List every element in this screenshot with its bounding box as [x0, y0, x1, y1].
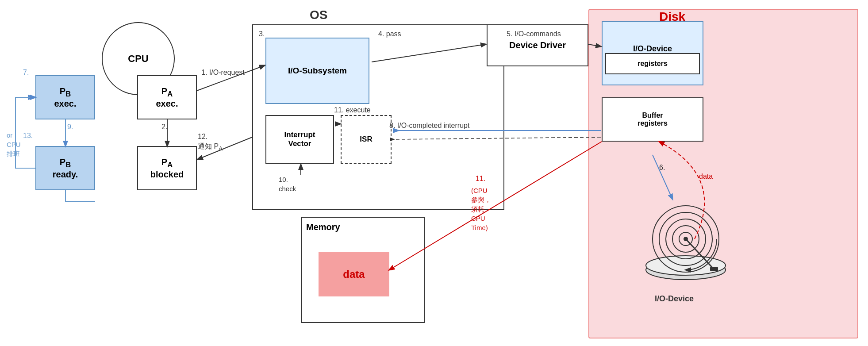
buffer-registers-box: Bufferregisters	[602, 97, 703, 142]
isr-label: ISR	[360, 135, 372, 144]
data-memory-box: data	[319, 252, 389, 296]
cpu-note-label: (CPU參與，須耗CPUTime)	[471, 186, 491, 232]
pa-blocked-label: PAblocked	[150, 157, 184, 180]
step13-label: 13.	[23, 132, 33, 140]
pb-exec-label: PBexec.	[54, 86, 76, 109]
registers-label: registers	[638, 60, 668, 68]
step5-label: 5. I/O-commands	[507, 30, 561, 38]
pa-exec-box: PAexec.	[137, 75, 197, 119]
pa-blocked-box: PAblocked	[137, 146, 197, 190]
io-device-label: I/O-Device	[655, 294, 694, 304]
io-subsystem-box: I/O-Subsystem	[265, 38, 369, 104]
step3-label: 3.	[259, 30, 265, 38]
step12-label: 12.通知 PA	[198, 132, 223, 153]
pa-exec-label: PAexec.	[156, 86, 178, 109]
step10-label: 10.check	[279, 175, 296, 193]
step4-label: 4. pass	[378, 30, 401, 38]
pb-ready-label: PBready.	[53, 157, 78, 180]
buffer-registers-label: Bufferregisters	[638, 111, 668, 127]
or-cpu-label: orCPU排班	[7, 131, 21, 158]
memory-label: Memory	[306, 222, 340, 232]
io-subsystem-label: I/O-Subsystem	[288, 66, 347, 76]
cpu-label: CPU	[128, 53, 148, 65]
interrupt-vector-box: InterruptVector	[265, 115, 334, 164]
data-label: data	[699, 173, 713, 181]
device-driver-label: Device Driver	[509, 40, 566, 50]
step1-label: 1. I/O-request	[201, 69, 245, 77]
pb-ready-box: PBready.	[35, 146, 95, 190]
step11-label: 11. execute	[334, 106, 371, 114]
step11b-label: 11.	[476, 175, 485, 183]
step2-label: 2.	[161, 123, 167, 131]
diagram: Disk OS CPU PBexec. PBready. PAexec. PAb…	[0, 0, 868, 346]
io-device-visual	[641, 195, 730, 283]
pb-exec-box: PBexec.	[35, 75, 95, 119]
step9-label: 9.	[67, 123, 73, 131]
step8-label: 8. I/O-completed interrupt	[389, 122, 469, 130]
step7-label: 7.	[23, 69, 29, 77]
interrupt-vector-label: InterruptVector	[284, 131, 315, 148]
step6-label: 6.	[659, 164, 665, 172]
data-memory-label: data	[343, 268, 365, 281]
os-label: OS	[310, 8, 327, 22]
svg-rect-9	[710, 267, 718, 271]
isr-box: ISR	[341, 115, 392, 164]
registers-box: registers	[605, 53, 700, 74]
